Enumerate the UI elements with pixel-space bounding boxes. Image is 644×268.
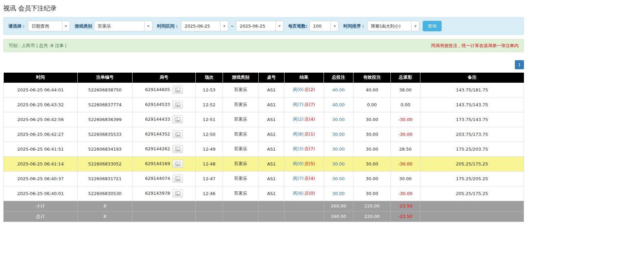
cell-bet-id: 522606831721	[78, 171, 132, 186]
result-image-icon	[175, 177, 180, 181]
cell-game-type: 百家乐	[223, 171, 259, 186]
chevron-down-icon[interactable]: ▼	[220, 21, 228, 31]
round-id: 629144262	[145, 146, 170, 151]
result-image-icon	[175, 117, 180, 122]
cell-time: 2025-06-25 06:41:51	[4, 142, 78, 156]
cell-bet-id: 522606838750	[78, 82, 132, 97]
cell-table-number: AS1	[259, 127, 285, 142]
total-bet-link[interactable]: 30.00	[332, 176, 345, 181]
cell-valid-bet: 30.00	[353, 156, 391, 171]
cell-result: 闲(2)庄(4)	[285, 112, 324, 127]
result-banker: 庄(1)	[305, 131, 315, 137]
cell-session: 12-46	[196, 186, 223, 201]
total-bet-link[interactable]: 30.00	[332, 132, 345, 137]
chevron-down-icon[interactable]: ▼	[331, 21, 338, 31]
cell-payout: -30.00	[391, 156, 420, 171]
result-banker: 庄(7)	[305, 146, 315, 151]
chevron-down-icon[interactable]: ▼	[62, 21, 70, 31]
cell-remark: 205.25/175.25	[420, 186, 524, 201]
cell-valid-bet: 30.00	[353, 186, 391, 201]
subtotal-payout: -23.50	[391, 201, 420, 211]
cell-total-bet: 30.00	[324, 127, 353, 142]
table-header-row: 时间注单编号局号场次游戏类别桌号结果总投注有效投注总派彩备注	[4, 73, 524, 82]
round-result-image-button[interactable]	[173, 189, 183, 197]
cell-time: 2025-06-25 06:42:27	[4, 127, 78, 142]
round-id: 629144074	[145, 176, 170, 181]
round-id: 629144352	[145, 131, 170, 137]
chevron-down-icon[interactable]: ▼	[275, 21, 283, 31]
round-result-image-button[interactable]	[173, 115, 183, 123]
total-bet-link[interactable]: 30.00	[332, 191, 345, 196]
cell-game-type: 百家乐	[223, 156, 259, 171]
cell-round: 629144352	[132, 127, 196, 142]
cell-total-bet: 30.00	[324, 112, 353, 127]
total-bet-link[interactable]: 30.00	[332, 147, 345, 152]
column-header: 总派彩	[391, 73, 420, 82]
total-bet-link[interactable]: 30.00	[332, 161, 345, 166]
result-player: 闲(2)	[293, 117, 303, 122]
grand-total-valid-bet: 220.00	[353, 211, 391, 222]
round-id: 629143978	[145, 191, 170, 196]
result-image-icon	[175, 191, 180, 196]
cell-bet-id: 522606833052	[78, 156, 132, 171]
cell-time: 2025-06-25 06:40:01	[4, 186, 78, 201]
result-banker: 庄(4)	[305, 176, 315, 181]
column-header: 总投注	[324, 73, 353, 82]
result-player: 闲(7)	[293, 176, 303, 181]
cell-round: 629144074	[132, 171, 196, 186]
chevron-down-icon[interactable]: ▼	[144, 21, 152, 31]
cell-payout: 28.50	[391, 142, 420, 156]
sort-order-select[interactable]: 降冪(由大到小) ▼	[367, 21, 419, 31]
cell-table-number: AS1	[259, 171, 285, 186]
cell-session: 12-49	[196, 142, 223, 156]
result-player: 闲(0)	[293, 87, 303, 92]
grand-total-count: 8	[78, 211, 132, 222]
result-banker: 庄(0)	[305, 191, 315, 196]
total-bet-link[interactable]: 40.00	[332, 87, 345, 92]
game-type-select[interactable]: 百家乐 ▼	[94, 21, 152, 31]
round-result-image-button[interactable]	[173, 160, 183, 168]
cell-payout: 0.00	[391, 97, 420, 112]
cell-bet-id: 522606835533	[78, 127, 132, 142]
cell-result: 闲(0)庄(2)	[285, 82, 324, 97]
round-id: 629144433	[145, 117, 170, 122]
total-bet-link[interactable]: 30.00	[332, 117, 345, 122]
cell-remark: 143.75/181.75	[420, 82, 524, 97]
cell-round: 629144169	[132, 156, 196, 171]
cell-time: 2025-06-25 06:40:37	[4, 171, 78, 186]
grand-total-row: 总计 8 260.00 220.00 -23.50	[4, 211, 524, 222]
page-size-select[interactable]: 100 ▼	[309, 21, 339, 31]
round-result-image-button[interactable]	[173, 175, 183, 183]
cell-result: 闲(6)庄(0)	[285, 186, 324, 201]
query-type-select[interactable]: 日期查询 ▼	[28, 21, 70, 31]
subtotal-count: 8	[78, 201, 132, 211]
cell-table-number: AS1	[259, 97, 285, 112]
round-result-image-button[interactable]	[173, 86, 183, 94]
round-result-image-button[interactable]	[173, 145, 183, 153]
page-button-1[interactable]: 1	[515, 60, 524, 69]
cell-session: 12-48	[196, 156, 223, 171]
search-button[interactable]: 查询	[423, 21, 442, 31]
cell-table-number: AS1	[259, 156, 285, 171]
subtotal-valid-bet: 220.00	[353, 201, 391, 211]
grand-total-total-bet: 260.00	[324, 211, 353, 222]
cell-remark: 205.25/175.25	[420, 156, 524, 171]
round-result-image-button[interactable]	[173, 101, 183, 109]
chevron-down-icon[interactable]: ▼	[411, 21, 419, 31]
total-bet-link[interactable]: 40.00	[332, 102, 345, 107]
table-row: 2025-06-25 06:40:01 522606830530 6291439…	[4, 186, 524, 201]
page-container: 视讯 会员下注纪录 请选择： 日期查询 ▼ 游戏类别 百家乐 ▼ 时间区间： 2…	[3, 4, 524, 222]
date-from-input[interactable]: 2025-06-25 ▼	[181, 21, 228, 31]
cell-valid-bet: 40.00	[353, 82, 391, 97]
cell-payout: -30.00	[391, 112, 420, 127]
date-to-value: 2025-06-25	[236, 21, 275, 31]
cell-payout: 38.00	[391, 82, 420, 97]
cell-game-type: 百家乐	[223, 142, 259, 156]
cell-bet-id: 522606834193	[78, 142, 132, 156]
column-header: 结果	[285, 73, 324, 82]
cell-valid-bet: 30.00	[353, 171, 391, 186]
round-result-image-button[interactable]	[173, 130, 183, 138]
cell-payout: 30.00	[391, 171, 420, 186]
date-to-input[interactable]: 2025-06-25 ▼	[236, 21, 283, 31]
cell-session: 12-51	[196, 112, 223, 127]
